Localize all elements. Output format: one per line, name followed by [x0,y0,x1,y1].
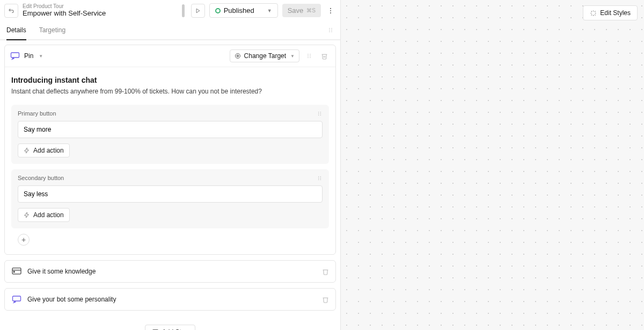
save-label: Save [288,6,304,15]
svg-point-26 [318,176,319,177]
delete-button[interactable] [322,296,329,303]
content-area: Pin ▼ Change Target ▼ Introducing instan… [0,40,340,330]
svg-point-13 [237,56,238,56]
add-action-label: Add action [33,211,64,219]
secondary-button-input[interactable] [18,185,323,203]
status-label: Published [224,6,254,15]
svg-rect-10 [11,53,19,58]
svg-point-14 [308,54,309,55]
svg-point-1 [330,8,331,9]
chat-icon [11,295,22,304]
add-action-label: Add action [33,147,64,154]
step-label: Give it some knowledge [27,268,317,275]
svg-point-16 [308,55,309,56]
drag-handle-icon[interactable] [317,175,323,181]
svg-point-28 [318,177,319,178]
svg-point-21 [320,112,321,112]
primary-button-label: Primary button [18,110,56,117]
svg-point-29 [320,177,321,178]
svg-point-25 [320,114,321,115]
secondary-button-block: Secondary button Add action [11,169,329,228]
back-button[interactable] [4,4,18,18]
add-action-button[interactable]: Add action [18,144,70,157]
svg-point-5 [331,28,332,29]
pin-content-title[interactable]: Introducing instant chat [11,76,329,84]
scroll-indicator [182,4,185,17]
window-icon [11,267,22,276]
title-area: Edit Product Tour Empower with Self-Serv… [23,3,187,18]
more-menu-button[interactable] [325,7,336,15]
add-step-button[interactable]: Add Step [145,325,195,330]
drag-handle-icon[interactable] [317,111,323,117]
pin-type-label[interactable]: Pin [24,52,33,60]
svg-point-7 [331,30,332,31]
add-action-button[interactable]: Add action [18,208,70,222]
save-shortcut: ⌘S [306,8,316,13]
svg-point-23 [320,113,321,113]
chevron-down-icon: ▼ [39,54,43,59]
svg-point-34 [13,271,14,272]
save-button: Save ⌘S [282,4,321,17]
page-subtitle: Edit Product Tour [23,3,178,9]
pin-content-description[interactable]: Instant chat deflects anywhere from 99-1… [11,88,329,95]
svg-rect-32 [12,268,21,274]
svg-point-19 [310,57,311,58]
step-label: Give your bot some personality [27,296,317,303]
svg-point-24 [318,114,319,115]
preview-button[interactable] [191,4,205,18]
svg-point-15 [310,54,311,55]
change-target-button[interactable]: Change Target ▼ [230,49,299,62]
svg-point-2 [330,10,331,11]
primary-button-block: Primary button Add action [11,105,329,164]
pin-card-header: Pin ▼ Change Target ▼ [5,45,335,67]
svg-point-18 [308,57,309,58]
delete-button[interactable] [319,51,330,62]
page-title: Empower with Self-Service [23,9,178,18]
add-block-button[interactable]: + [18,234,30,246]
svg-point-31 [320,179,321,180]
step-row[interactable]: Give it some knowledge [4,260,336,283]
drag-handle-icon[interactable] [304,51,314,61]
svg-point-17 [310,55,311,56]
pin-icon [10,52,20,60]
status-dropdown[interactable]: Published ▼ [209,3,278,18]
primary-button-input[interactable] [18,121,323,138]
editor-panel: Edit Product Tour Empower with Self-Serv… [0,0,341,330]
svg-point-9 [331,31,332,32]
status-dot-icon [215,8,221,13]
svg-point-6 [329,30,330,31]
delete-button[interactable] [322,268,329,275]
change-target-label: Change Target [244,52,287,60]
svg-point-27 [320,176,321,177]
svg-rect-35 [13,296,21,301]
svg-point-30 [318,179,319,180]
svg-point-8 [329,31,330,32]
chevron-down-icon: ▼ [290,54,295,59]
editor-header: Edit Product Tour Empower with Self-Serv… [0,0,340,21]
svg-point-22 [318,113,319,113]
preview-canvas[interactable]: Edit Styles ✕ Introducing instant chat I… [341,0,644,330]
drag-handle-icon[interactable] [327,27,334,33]
svg-point-4 [329,28,330,29]
secondary-button-label: Secondary button [18,175,64,181]
svg-point-20 [318,112,319,112]
svg-marker-0 [196,9,200,13]
edit-styles-label: Edit Styles [600,9,631,17]
add-step-area: Add Step [2,316,338,330]
edit-styles-button[interactable]: Edit Styles [583,5,638,20]
tab-details[interactable]: Details [6,21,26,39]
pin-card-body: Introducing instant chat Instant chat de… [5,67,335,254]
chevron-down-icon: ▼ [267,8,272,13]
svg-point-3 [330,12,331,13]
step-row[interactable]: Give your bot some personality [4,288,336,311]
tabs: Details Targeting [0,21,340,40]
tab-targeting[interactable]: Targeting [39,21,65,39]
pin-step-card: Pin ▼ Change Target ▼ Introducing instan… [4,45,336,255]
